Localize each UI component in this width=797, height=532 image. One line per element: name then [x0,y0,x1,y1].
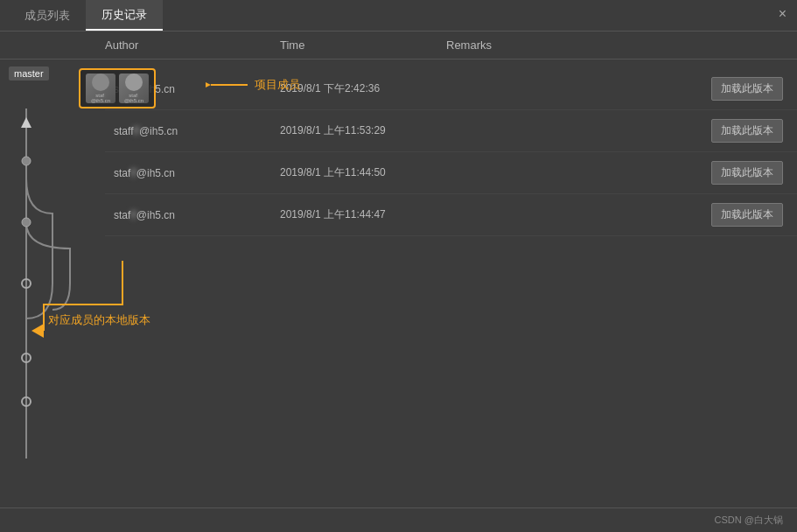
close-button[interactable]: × [779,7,787,21]
records-area: stafffstaf****@ih5.cn@ih5.cn 2019/8/1 下午… [105,60,797,508]
main-window: 成员列表 历史记录 × Author Time Remarks master [0,0,797,532]
annotation-local-text: 对应成员的本地版本 [48,313,150,326]
avatar-2: staff @ih5.cn [119,74,149,103]
table-row: stafff@ih5.cn 2019/8/1 上午11:44:50 加载此版本 [105,152,797,194]
table-row: staffff@ih5.cn 2019/8/1 上午11:53:29 加载此版本 [105,110,797,152]
svg-point-1 [22,157,31,165]
tab-history[interactable]: 历史记录 [86,0,163,31]
record-time-2: 2019/8/1 上午11:53:29 [280,123,446,138]
col-time: Time [280,38,446,52]
footer: CSDN @白大锅 [0,508,797,532]
svg-marker-6 [21,117,31,128]
load-button-4[interactable]: 加载此版本 [711,203,783,227]
arrow-members-icon [206,78,249,92]
record-time-4: 2019/8/1 上午11:44:47 [280,207,446,222]
content-area: Author Time Remarks master [0,32,797,508]
col-remarks: Remarks [446,38,797,52]
annotation-members-text: 项目成员 [255,77,300,93]
record-author-3: stafff@ih5.cn [105,167,280,179]
svg-point-2 [22,218,31,227]
record-time-1: 2019/8/1 下午2:42:36 [280,81,446,96]
annotation-members: 项目成员 [206,77,300,93]
git-graph-area: master [0,60,105,508]
member-avatars-box: staff @ih5.cn staff @ih5.cn [79,68,156,108]
record-author-4: stafff@ih5.cn [105,209,280,221]
tab-members-list[interactable]: 成员列表 [9,0,86,31]
load-button-3[interactable]: 加载此版本 [711,161,783,185]
load-button-2[interactable]: 加载此版本 [711,119,783,143]
avatar-1: staff @ih5.cn [86,74,115,103]
footer-text: CSDN @白大锅 [715,514,783,525]
main-area: master [0,60,797,508]
record-time-3: 2019/8/1 上午11:44:50 [280,165,446,180]
annotation-local-area: 对应成员的本地版本 [17,252,157,343]
table-row: stafff@ih5.cn 2019/8/1 上午11:44:47 加载此版本 [105,194,797,236]
tab-bar: 成员列表 历史记录 × [0,0,797,32]
column-headers: Author Time Remarks [0,32,797,60]
record-author-2: staffff@ih5.cn [105,125,280,137]
col-author: Author [105,38,280,52]
load-button-1[interactable]: 加载此版本 [711,77,783,101]
